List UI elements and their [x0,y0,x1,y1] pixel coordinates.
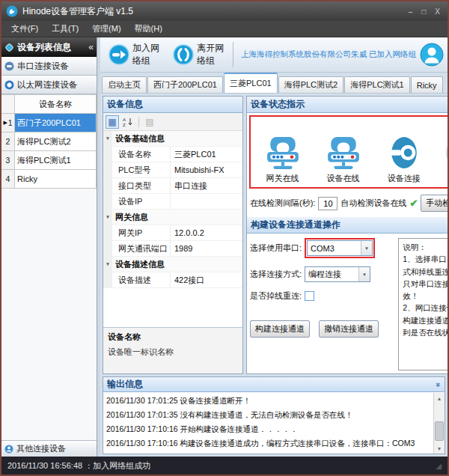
menu-manage[interactable]: 管理(M) [85,22,128,36]
sidebar-title: 设备列表信息 [17,41,71,54]
tab-ricky[interactable]: Ricky [411,76,443,93]
user-avatar[interactable] [420,43,444,67]
help-description: 设备唯一标识名称 [108,347,238,358]
tab-hitetest1[interactable]: 海得PLC测试1 [344,76,410,93]
table-row[interactable]: ▶1 西门子200PLC01 [1,114,97,132]
menu-file[interactable]: 文件(F) [4,22,45,36]
resize-grip[interactable]: ◢ [436,462,442,470]
alphabetical-sort-icon[interactable]: AZ [121,115,135,129]
leave-network-button[interactable]: 离开网络组 [168,39,229,70]
build-channel-button[interactable]: 构建连接通道 [250,320,310,338]
manual-detect-button[interactable]: 手动检测设备在线 [421,195,449,212]
tab-siemens200plc01[interactable]: 西门子200PLC01 [147,76,223,93]
menu-help[interactable]: 帮助(H) [128,22,169,36]
tab-home[interactable]: 启动主页 [102,76,147,93]
sidebar-group-other-label: 其他连接设备 [16,443,66,454]
table-row[interactable]: 2 海得PLC测试2 [1,132,97,151]
category-label: 设备基础信息 [112,131,242,146]
collapse-chevrons-icon[interactable]: » [434,382,443,386]
property-value[interactable]: Mitsubishi-FX [171,162,242,177]
status-bar: 2016/11/30 16:56:48 ：加入网络组成功 ◢ [1,457,448,475]
dropdown-arrow-icon[interactable]: ▼ [361,241,372,255]
table-row[interactable]: 3 海得PLC测试1 [1,151,97,170]
sidebar-group-serial-label: 串口连接设备 [17,61,69,72]
property-row[interactable]: 设备IP [103,194,242,210]
property-row[interactable]: 网关通讯端口1989 [103,241,242,257]
device-name-cell[interactable]: 西门子200PLC01 [15,114,97,132]
category-row[interactable]: ▾设备基础信息 [103,131,242,147]
property-row[interactable]: PLC型号Mitsubishi-FX [103,162,242,178]
scrollbar-track[interactable] [434,403,445,443]
gateway-online-icon [266,135,300,170]
collapse-arrow-icon[interactable]: ▾ [103,210,112,225]
join-network-button[interactable]: 加入网络组 [104,39,165,70]
property-row[interactable]: 网关IP12.0.0.2 [103,225,242,241]
interval-label: 在线检测间隔(秒): [250,198,315,209]
property-row[interactable]: 设备名称三菱PLC01 [103,147,242,162]
sidebar-group-ethernet[interactable]: 以太网连接设备 [1,76,97,94]
connect-mode-select[interactable]: 编程连接 ▼ [305,266,370,282]
property-label: 网关IP [112,225,171,240]
categorized-view-icon[interactable]: ▦ [106,115,119,129]
property-help-box: 设备名称 设备唯一标识名称 [103,327,242,373]
serial-port-select[interactable]: COM3 ▼ [307,240,373,256]
property-value[interactable]: 串口连接 [171,178,242,193]
property-label: 设备IP [112,194,171,209]
sidebar-group-other[interactable]: 其他连接设备 [1,440,97,457]
device-name-cell[interactable]: Ricky [15,170,97,189]
ethernet-device-icon [4,80,14,90]
scroll-down-icon[interactable]: ▼ [434,443,445,454]
device-online-indicator: 设备在线 [326,135,361,184]
property-value[interactable]: 422接口 [171,272,242,287]
category-row[interactable]: ▾设备描述信息 [103,257,242,272]
sidebar-collapse-button[interactable]: « [88,42,94,52]
revoke-channel-button[interactable]: 撤销连接通道 [319,320,379,338]
property-row[interactable]: 设备描述422接口 [103,272,242,288]
collapse-arrow-icon[interactable]: ▾ [103,131,112,146]
document-tabstrip: 启动主页 西门子200PLC01 三菱PLC01 海得PLC测试2 海得PLC测… [100,73,448,94]
dropdown-arrow-icon[interactable]: ▼ [358,267,370,281]
log-scrollbar[interactable]: ▲ ▼ [433,393,445,454]
device-name-cell[interactable]: 海得PLC测试1 [15,151,97,170]
scroll-up-icon[interactable]: ▲ [434,393,445,403]
property-value[interactable]: 12.0.0.2 [171,225,242,240]
maximize-button[interactable]: □ [421,7,426,16]
scrollbar-thumb[interactable] [435,421,444,441]
row-number: 1 [8,118,13,127]
property-value[interactable] [171,194,242,209]
device-info-title: 设备信息 [107,98,143,111]
interval-input[interactable] [318,197,337,210]
row-number: 3 [1,151,15,170]
collapse-arrow-icon[interactable]: ▾ [103,257,112,272]
device-name-cell[interactable]: 海得PLC测试2 [15,132,97,151]
close-button[interactable]: X [435,7,440,16]
title-bar: Hinode设备管理客户端 v1.5 – □ X [1,1,448,21]
device-connect-icon [387,135,421,170]
device-name-column-header[interactable]: 设备名称 [15,95,97,114]
tab-mitsubishiplc01-active[interactable]: 三菱PLC01 [224,73,278,93]
log-line: 2016/11/30 17:10:16 开始构建设备连接通道．．．．． [106,422,430,436]
status-panel-header: 设备状态指示 [247,97,449,113]
indicator-label: 设备连接 [388,173,421,184]
property-value[interactable]: 三菱PLC01 [171,147,242,162]
reconnect-checkbox[interactable] [305,291,314,301]
menu-tools[interactable]: 工具(T) [45,22,85,36]
status-panel-title: 设备状态指示 [251,98,305,111]
tab-hitetest2[interactable]: 海得PLC测试2 [278,76,344,93]
device-table-header: 设备名称 [1,95,97,114]
category-row[interactable]: ▾网关信息 [103,210,242,225]
log-list: 2016/11/30 17:01:25 设备连接通道断开！ 2016/11/30… [103,393,433,454]
auto-detect-checked-icon[interactable]: ✔ [409,198,418,209]
property-pages-icon: ▤ [143,115,156,129]
property-row[interactable]: 接口类型串口连接 [103,178,242,194]
leave-network-icon [173,44,194,65]
sidebar-group-serial[interactable]: 串口连接设备 [1,57,97,76]
device-list-sidebar: 设备列表信息 « 串口连接设备 以太网连接设备 设备名称 [1,37,97,457]
property-value[interactable]: 1989 [171,241,242,256]
minimize-button[interactable]: – [409,7,413,16]
instructions-box: 说明： 1、选择串口、连接方式和掉线重连操作选项只对串口连接设备有效！ 2、网口… [398,238,449,370]
join-network-icon [109,44,129,65]
channel-panel-header: 构建设备连接通道操作 [247,217,449,234]
category-label: 网关信息 [112,210,242,225]
table-row[interactable]: 4 Ricky [1,170,97,189]
